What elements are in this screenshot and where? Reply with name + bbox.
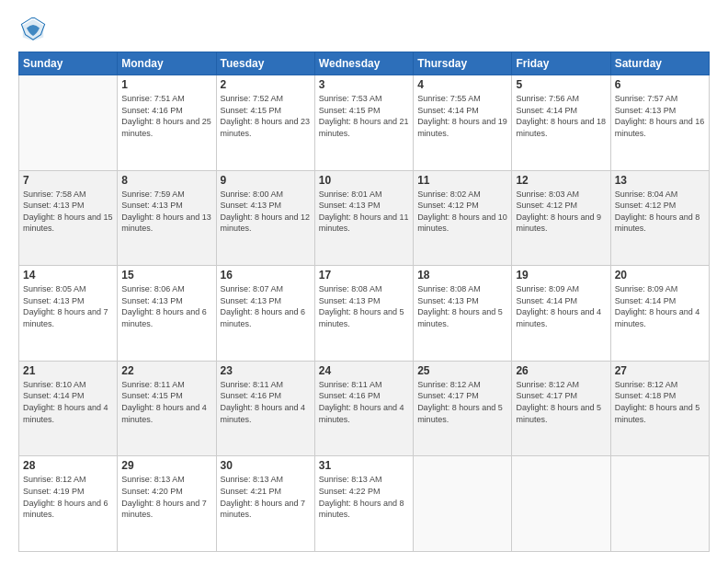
day-cell: 31Sunrise: 8:13 AMSunset: 4:22 PMDayligh… (314, 456, 413, 552)
day-cell: 3Sunrise: 7:53 AMSunset: 4:15 PMDaylight… (314, 75, 413, 171)
day-cell: 6Sunrise: 7:57 AMSunset: 4:13 PMDaylight… (610, 75, 709, 171)
day-number: 31 (319, 459, 409, 472)
day-number: 21 (23, 364, 113, 377)
day-cell: 27Sunrise: 8:12 AMSunset: 4:18 PMDayligh… (610, 361, 709, 456)
day-number: 19 (516, 269, 606, 282)
day-info: Sunrise: 8:10 AMSunset: 4:14 PMDaylight:… (23, 379, 113, 425)
day-number: 25 (417, 364, 507, 377)
day-number: 29 (121, 459, 211, 472)
day-info: Sunrise: 7:57 AMSunset: 4:13 PMDaylight:… (615, 93, 705, 139)
day-number: 27 (615, 364, 705, 377)
day-info: Sunrise: 8:03 AMSunset: 4:12 PMDaylight:… (516, 189, 606, 235)
calendar: SundayMondayTuesdayWednesdayThursdayFrid… (18, 52, 710, 552)
weekday-saturday: Saturday (610, 52, 709, 75)
day-number: 8 (121, 174, 211, 187)
day-number: 9 (221, 174, 311, 187)
day-number: 2 (221, 78, 311, 91)
weekday-sunday: Sunday (19, 52, 118, 75)
day-info: Sunrise: 8:09 AMSunset: 4:14 PMDaylight:… (615, 283, 705, 329)
day-cell: 5Sunrise: 7:56 AMSunset: 4:14 PMDaylight… (512, 75, 610, 171)
day-number: 7 (23, 174, 113, 187)
day-cell: 9Sunrise: 8:00 AMSunset: 4:13 PMDaylight… (216, 170, 314, 266)
day-info: Sunrise: 7:58 AMSunset: 4:13 PMDaylight:… (23, 189, 113, 235)
day-number: 22 (121, 364, 211, 377)
day-info: Sunrise: 7:56 AMSunset: 4:14 PMDaylight:… (516, 93, 606, 139)
day-cell: 10Sunrise: 8:01 AMSunset: 4:13 PMDayligh… (314, 170, 413, 266)
day-info: Sunrise: 8:11 AMSunset: 4:15 PMDaylight:… (121, 379, 211, 425)
day-number: 14 (23, 269, 113, 282)
day-number: 11 (417, 174, 507, 187)
day-number: 24 (319, 364, 409, 377)
day-info: Sunrise: 7:51 AMSunset: 4:16 PMDaylight:… (121, 93, 211, 139)
day-number: 13 (615, 174, 705, 187)
weekday-friday: Friday (512, 52, 610, 75)
day-cell: 18Sunrise: 8:08 AMSunset: 4:13 PMDayligh… (414, 266, 512, 362)
header (18, 17, 710, 46)
day-cell: 12Sunrise: 8:03 AMSunset: 4:12 PMDayligh… (512, 170, 610, 266)
day-info: Sunrise: 7:52 AMSunset: 4:15 PMDaylight:… (221, 93, 311, 139)
weekday-wednesday: Wednesday (314, 52, 413, 75)
page: SundayMondayTuesdayWednesdayThursdayFrid… (0, 0, 728, 563)
day-cell: 2Sunrise: 7:52 AMSunset: 4:15 PMDaylight… (216, 75, 314, 171)
day-number: 1 (121, 78, 211, 91)
day-cell: 1Sunrise: 7:51 AMSunset: 4:16 PMDaylight… (118, 75, 216, 171)
day-cell: 13Sunrise: 8:04 AMSunset: 4:12 PMDayligh… (610, 170, 709, 266)
day-info: Sunrise: 8:07 AMSunset: 4:13 PMDaylight:… (221, 283, 311, 329)
day-info: Sunrise: 7:53 AMSunset: 4:15 PMDaylight:… (319, 93, 409, 139)
day-info: Sunrise: 8:12 AMSunset: 4:18 PMDaylight:… (615, 379, 705, 425)
logo (18, 17, 46, 46)
day-info: Sunrise: 8:00 AMSunset: 4:13 PMDaylight:… (221, 189, 311, 235)
day-cell: 28Sunrise: 8:12 AMSunset: 4:19 PMDayligh… (19, 456, 118, 552)
day-info: Sunrise: 8:11 AMSunset: 4:16 PMDaylight:… (319, 379, 409, 425)
day-cell: 20Sunrise: 8:09 AMSunset: 4:14 PMDayligh… (610, 266, 709, 362)
day-number: 6 (615, 78, 705, 91)
day-number: 20 (615, 269, 705, 282)
day-cell (512, 456, 610, 552)
day-cell: 23Sunrise: 8:11 AMSunset: 4:16 PMDayligh… (216, 361, 314, 456)
day-info: Sunrise: 8:04 AMSunset: 4:12 PMDaylight:… (615, 189, 705, 235)
day-number: 30 (221, 459, 311, 472)
logo-icon (20, 17, 46, 42)
day-info: Sunrise: 8:13 AMSunset: 4:21 PMDaylight:… (221, 474, 311, 520)
week-row-2: 7Sunrise: 7:58 AMSunset: 4:13 PMDaylight… (19, 170, 710, 266)
day-cell: 25Sunrise: 8:12 AMSunset: 4:17 PMDayligh… (414, 361, 512, 456)
day-number: 15 (121, 269, 211, 282)
day-number: 23 (221, 364, 311, 377)
day-cell: 29Sunrise: 8:13 AMSunset: 4:20 PMDayligh… (118, 456, 216, 552)
day-cell (610, 456, 709, 552)
day-info: Sunrise: 8:11 AMSunset: 4:16 PMDaylight:… (221, 379, 311, 425)
day-number: 3 (319, 78, 409, 91)
day-info: Sunrise: 8:12 AMSunset: 4:17 PMDaylight:… (516, 379, 606, 425)
day-info: Sunrise: 8:08 AMSunset: 4:13 PMDaylight:… (417, 283, 507, 329)
day-cell: 11Sunrise: 8:02 AMSunset: 4:12 PMDayligh… (414, 170, 512, 266)
day-cell: 16Sunrise: 8:07 AMSunset: 4:13 PMDayligh… (216, 266, 314, 362)
weekday-thursday: Thursday (414, 52, 512, 75)
day-info: Sunrise: 8:01 AMSunset: 4:13 PMDaylight:… (319, 189, 409, 235)
day-cell: 22Sunrise: 8:11 AMSunset: 4:15 PMDayligh… (118, 361, 216, 456)
day-number: 28 (23, 459, 113, 472)
day-info: Sunrise: 8:06 AMSunset: 4:13 PMDaylight:… (121, 283, 211, 329)
day-number: 4 (417, 78, 507, 91)
day-cell (414, 456, 512, 552)
day-info: Sunrise: 8:13 AMSunset: 4:20 PMDaylight:… (121, 474, 211, 520)
day-cell (19, 75, 118, 171)
day-number: 5 (516, 78, 606, 91)
weekday-monday: Monday (118, 52, 216, 75)
weekday-header-row: SundayMondayTuesdayWednesdayThursdayFrid… (19, 52, 710, 75)
day-cell: 17Sunrise: 8:08 AMSunset: 4:13 PMDayligh… (314, 266, 413, 362)
weekday-tuesday: Tuesday (216, 52, 314, 75)
day-info: Sunrise: 8:08 AMSunset: 4:13 PMDaylight:… (319, 283, 409, 329)
week-row-3: 14Sunrise: 8:05 AMSunset: 4:13 PMDayligh… (19, 266, 710, 362)
day-info: Sunrise: 7:55 AMSunset: 4:14 PMDaylight:… (417, 93, 507, 139)
day-cell: 19Sunrise: 8:09 AMSunset: 4:14 PMDayligh… (512, 266, 610, 362)
day-cell: 8Sunrise: 7:59 AMSunset: 4:13 PMDaylight… (118, 170, 216, 266)
day-info: Sunrise: 8:12 AMSunset: 4:19 PMDaylight:… (23, 474, 113, 520)
day-cell: 14Sunrise: 8:05 AMSunset: 4:13 PMDayligh… (19, 266, 118, 362)
day-info: Sunrise: 8:13 AMSunset: 4:22 PMDaylight:… (319, 474, 409, 520)
day-cell: 24Sunrise: 8:11 AMSunset: 4:16 PMDayligh… (314, 361, 413, 456)
day-number: 16 (221, 269, 311, 282)
day-number: 17 (319, 269, 409, 282)
day-info: Sunrise: 8:05 AMSunset: 4:13 PMDaylight:… (23, 283, 113, 329)
day-cell: 26Sunrise: 8:12 AMSunset: 4:17 PMDayligh… (512, 361, 610, 456)
day-number: 12 (516, 174, 606, 187)
